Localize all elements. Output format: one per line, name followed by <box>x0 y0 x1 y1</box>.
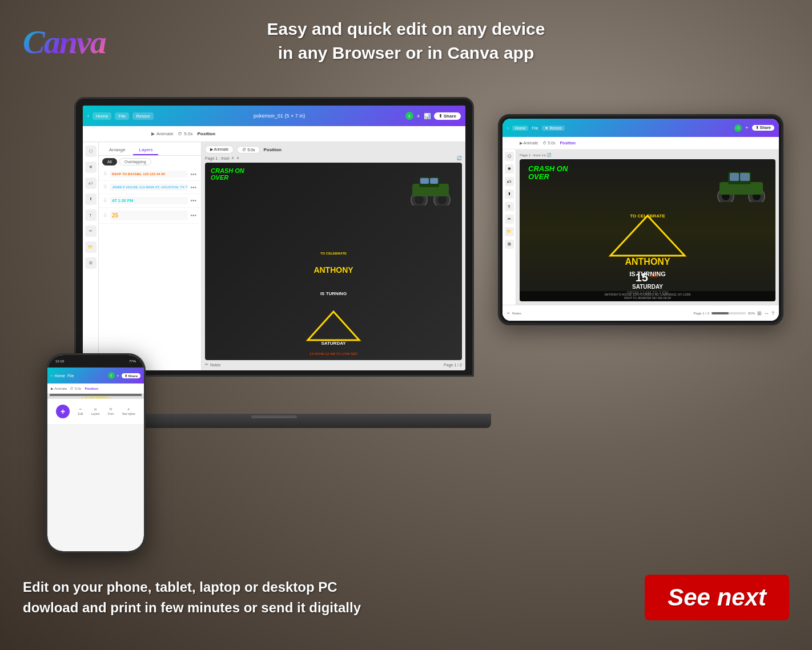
layers-subtabs: All Overlapping <box>99 156 201 168</box>
phone-share-btn[interactable]: ⬆ Share <box>122 373 140 378</box>
layers-tab[interactable]: Layers <box>133 146 158 155</box>
notes-laptop: ✏ Notes Page 1 / 2 <box>205 362 462 367</box>
phone: 12:10 77% ‹ Home File I + ⬆ Share ▶ Anim… <box>46 353 146 553</box>
tablet-share-btn[interactable]: ⬆ Share <box>752 125 774 131</box>
canvas-top-toolbar: ▶ Animate ⏱ 5.0s Position <box>205 146 462 154</box>
tablet-body-content: ⬡ ❋ 🏷 ⬆ T ✏ 📁 ⊞ Page 1 - front <box>503 150 779 305</box>
tablet-text-icon[interactable]: T <box>505 202 514 211</box>
canva-logo: Canva <box>23 23 106 61</box>
footer-line2: dowload and print in few minutes or send… <box>23 597 361 618</box>
layer-preview-2: JAMIE'S HOUSE 113 MAIN ST, HOUSTON, TX 7… <box>110 184 188 191</box>
tablet-design-icon[interactable]: ⬡ <box>505 152 514 161</box>
layers-panel-laptop: Arrange Layers All Overlapping ⠿ <box>99 142 202 370</box>
arrange-tab[interactable]: Arrange <box>103 146 131 155</box>
tablet-triangle-svg <box>608 213 688 259</box>
canva-body-laptop: ⬡ ❋ 🏷 ⬆ T ✏ 📁 ⊞ Arrange <box>83 142 465 370</box>
all-subtab[interactable]: All <box>102 158 117 165</box>
tablet-draw-icon[interactable]: ✏ <box>505 215 514 224</box>
page-label-laptop: Page 1 - front ∧∨ 🔄 <box>205 156 462 160</box>
tablet-canvas: Page 1 - front ∧∨ 🔄 CRASH ONOVER <box>516 150 779 305</box>
animate-btn[interactable]: ▶ Animate <box>205 146 234 154</box>
design-icon[interactable]: ⬡ <box>85 146 97 157</box>
phone-name: ANTHONY <box>50 396 142 398</box>
tablet-bottom-bar: ✏ Notes Page 1 / 2 82% ⊞ ↔ ? <box>503 305 779 321</box>
draw-icon[interactable]: ✏ <box>85 225 97 237</box>
layer-item-2[interactable]: ⠿ JAMIE'S HOUSE 113 MAIN ST, HOUSTON, TX… <box>99 181 201 194</box>
tablet-resize-btn[interactable]: ▼ Resize <box>542 126 565 131</box>
drag-handle-2: ⠿ <box>103 184 107 190</box>
tablet-subtoolbar: ▶ Animate ⏱ 5.0s Position <box>503 137 779 150</box>
tablet-address: ANTHONY'S HOUSE 1234 FLOWERS RD, LAWRENC… <box>520 291 775 301</box>
tablet-page-indicator: Page 1 / 2 82% ⊞ ↔ ? <box>694 310 774 316</box>
more-btn-1[interactable]: ••• <box>190 171 196 177</box>
tablet: ‹ Home File ▼ Resize I + ⬆ Share ▶ Anima… <box>498 114 783 325</box>
canva-sidebar-laptop: ⬡ ❋ 🏷 ⬆ T ✏ 📁 ⊞ <box>83 142 99 370</box>
brand-icon[interactable]: 🏷 <box>85 177 97 189</box>
laptop-screen: ‹ Home File Resize pokemon_01 (5 × 7 in)… <box>83 106 465 370</box>
duration-btn[interactable]: ⏱ 5.0s <box>237 146 260 154</box>
triangle-svg-laptop <box>305 309 362 343</box>
more-btn-2[interactable]: ••• <box>190 184 196 191</box>
laptop-screen-outer: ‹ Home File Resize pokemon_01 (5 × 7 in)… <box>74 97 474 377</box>
canvas-card-laptop: CRASH ONOVER <box>205 163 462 360</box>
phone-add-btn[interactable]: + <box>56 405 70 418</box>
invitation-preview-laptop: CRASH ONOVER <box>205 163 462 360</box>
apps-icon[interactable]: ⊞ <box>85 257 97 269</box>
tablet-crash-text: CRASH ONOVER <box>528 165 568 181</box>
svg-marker-8 <box>308 312 359 340</box>
svg-rect-23 <box>740 173 750 181</box>
truck-svg-laptop <box>408 171 453 205</box>
tablet-page-label: Page 1 - front ∧∨ 🔄 <box>520 153 775 157</box>
phone-canvas-area: CRASH ONOVER <box>47 394 144 398</box>
header-tagline: Easy and quick edit on any device in any… <box>0 17 812 65</box>
tablet-file-btn[interactable]: File <box>532 126 538 130</box>
tablet-home-btn[interactable]: Home <box>512 126 529 131</box>
name-text-laptop: ANTHONY <box>205 265 462 274</box>
home-btn-laptop[interactable]: Home <box>93 112 111 120</box>
text-style-icon[interactable]: A Text styles <box>122 407 135 415</box>
uploads-icon[interactable]: ⬆ <box>85 193 97 205</box>
file-btn-laptop[interactable]: File <box>115 112 129 120</box>
tablet-invitation: CRASH ONOVER <box>520 159 775 301</box>
tablet-apps-icon[interactable]: ⊞ <box>505 240 514 249</box>
canva-topbar-laptop: ‹ Home File Resize pokemon_01 (5 × 7 in)… <box>83 106 465 126</box>
svg-point-1 <box>415 195 424 204</box>
tablet-body: ‹ Home File ▼ Resize I + ⬆ Share ▶ Anima… <box>498 114 783 325</box>
tagline-line2: in any Browser or in Canva app <box>0 41 812 65</box>
more-btn-3[interactable]: ••• <box>190 197 196 204</box>
header: Canva Easy and quick edit on any device … <box>0 17 812 65</box>
saturday-text-laptop: SATURDAY <box>205 341 462 346</box>
layer-item-1[interactable]: ⠿ RSVP TO RACHEL 123 123 44 55 ••• <box>99 168 201 181</box>
edit-icon[interactable]: ✏ Edit <box>78 407 83 415</box>
resize-btn-laptop[interactable]: Resize <box>132 112 153 120</box>
tablet-notes-section: ✏ Notes <box>507 311 521 315</box>
layers-icon[interactable]: ⊟ Layers <box>91 407 100 415</box>
tablet-projects-icon[interactable]: 📁 <box>505 227 514 236</box>
projects-icon[interactable]: 📁 <box>85 241 97 253</box>
text-icon[interactable]: T <box>85 209 97 221</box>
tablet-brand-icon[interactable]: 🏷 <box>505 177 514 186</box>
share-btn-laptop[interactable]: ⬆ Share <box>434 112 461 120</box>
svg-rect-6 <box>420 178 429 184</box>
tablet-uploads-icon[interactable]: ⬆ <box>505 189 514 199</box>
drag-handle-1: ⠿ <box>103 171 107 177</box>
canva-ui-laptop: ‹ Home File Resize pokemon_01 (5 × 7 in)… <box>83 106 465 370</box>
overlapping-subtab[interactable]: Overlapping <box>119 158 151 165</box>
see-next-button[interactable]: See next <box>645 575 789 620</box>
layer-item-4[interactable]: ⠿ 25 ••• <box>99 208 201 224</box>
layers-tabs: Arrange Layers <box>99 142 201 156</box>
layer-item-3[interactable]: ⠿ AT 1:30 PM ••• <box>99 194 201 208</box>
position-label: Position <box>263 147 282 152</box>
elements-icon[interactable]: ❋ <box>85 162 97 173</box>
tablet-celebrate: TO CELEBRATE <box>520 213 775 219</box>
phone-body: 12:10 77% ‹ Home File I + ⬆ Share ▶ Anim… <box>46 353 146 553</box>
footer-line1: Edit on your phone, tablet, laptop or de… <box>23 577 361 597</box>
phone-time: 12:10 <box>55 360 64 363</box>
font-icon[interactable]: Ff Font <box>108 407 114 415</box>
more-btn-4[interactable]: ••• <box>190 212 196 219</box>
phone-bottom-bar: + ✏ Edit ⊟ Layers Ff Font A <box>47 398 144 424</box>
canvas-toolbar-laptop: ▶ Animate ⏱ 5.0s Position <box>83 126 465 142</box>
tablet-elements-icon[interactable]: ❋ <box>505 164 514 173</box>
footer-text: Edit on your phone, tablet, laptop or de… <box>23 577 361 618</box>
canva-ui-tablet: ‹ Home File ▼ Resize I + ⬆ Share ▶ Anima… <box>503 119 779 321</box>
